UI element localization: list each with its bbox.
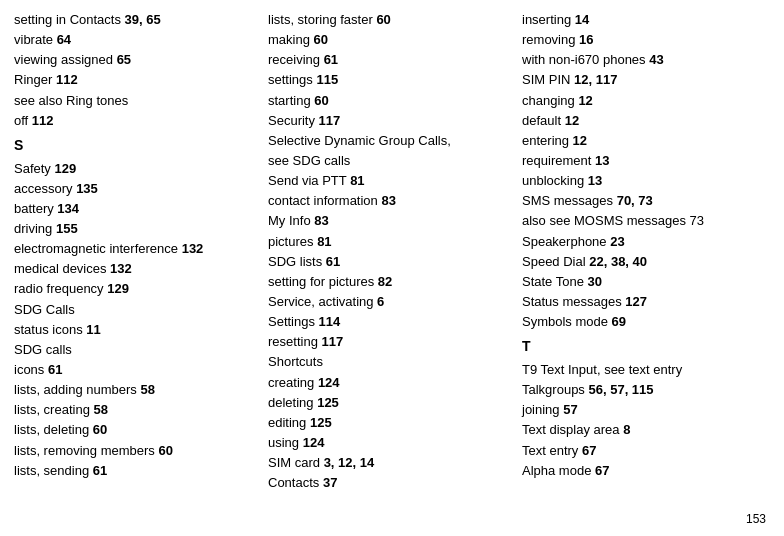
index-entry: see also Ring tones: [14, 91, 256, 111]
index-entry: setting in Contacts 39, 65: [14, 10, 256, 30]
index-entry: status icons 11: [14, 320, 256, 340]
index-entry: making 60: [268, 30, 510, 50]
index-entry: removing 16: [522, 30, 764, 50]
index-entry: Service, activating 6: [268, 292, 510, 312]
index-entry: vibrate 64: [14, 30, 256, 50]
index-entry: viewing assigned 65: [14, 50, 256, 70]
index-entry: deleting 125: [268, 393, 510, 413]
index-entry: see SDG calls: [268, 151, 510, 171]
index-entry: Selective Dynamic Group Calls,: [268, 131, 510, 151]
index-entry: battery 134: [14, 199, 256, 219]
page-number: 153: [14, 508, 770, 526]
index-entry: T9 Text Input, see text entry: [522, 360, 764, 380]
index-entry: joining 57: [522, 400, 764, 420]
index-entry: also see MOSMS messages 73: [522, 211, 764, 231]
index-entry: lists, sending 61: [14, 461, 256, 481]
index-entry: contact information 83: [268, 191, 510, 211]
index-entry: SIM card 3, 12, 14: [268, 453, 510, 473]
index-entry: setting for pictures 82: [268, 272, 510, 292]
index-entry: SIM PIN 12, 117: [522, 70, 764, 90]
index-entry: Settings 114: [268, 312, 510, 332]
index-entry: inserting 14: [522, 10, 764, 30]
index-entry: Security 117: [268, 111, 510, 131]
index-entry: driving 155: [14, 219, 256, 239]
index-entry: pictures 81: [268, 232, 510, 252]
index-entry: Ringer 112: [14, 70, 256, 90]
index-entry: Shortcuts: [268, 352, 510, 372]
index-entry: with non-i670 phones 43: [522, 50, 764, 70]
index-col-3: inserting 14removing 16with non-i670 pho…: [516, 10, 770, 508]
index-entry: Talkgroups 56, 57, 115: [522, 380, 764, 400]
index-entry: Text entry 67: [522, 441, 764, 461]
index-entry: requirement 13: [522, 151, 764, 171]
index-entry: Speakerphone 23: [522, 232, 764, 252]
index-entry: lists, deleting 60: [14, 420, 256, 440]
index-col-1: setting in Contacts 39, 65vibrate 64view…: [14, 10, 262, 508]
index-entry: medical devices 132: [14, 259, 256, 279]
index-entry: receiving 61: [268, 50, 510, 70]
index-entry: Symbols mode 69: [522, 312, 764, 332]
index-entry: Text display area 8: [522, 420, 764, 440]
index-entry: electromagnetic interference 132: [14, 239, 256, 259]
index-entry: My Info 83: [268, 211, 510, 231]
index-entry: entering 12: [522, 131, 764, 151]
index-entry: off 112: [14, 111, 256, 131]
index-entry: T: [522, 336, 764, 358]
index-entry: lists, removing members 60: [14, 441, 256, 461]
index-entry: SDG calls: [14, 340, 256, 360]
index-entry: lists, storing faster 60: [268, 10, 510, 30]
index-entry: radio frequency 129: [14, 279, 256, 299]
index-entry: Status messages 127: [522, 292, 764, 312]
index-entry: Safety 129: [14, 159, 256, 179]
index-entry: editing 125: [268, 413, 510, 433]
index-entry: SDG Calls: [14, 300, 256, 320]
index-entry: creating 124: [268, 373, 510, 393]
index-entry: icons 61: [14, 360, 256, 380]
index-entry: Send via PTT 81: [268, 171, 510, 191]
index-entry: lists, creating 58: [14, 400, 256, 420]
index-entry: default 12: [522, 111, 764, 131]
index-entry: lists, adding numbers 58: [14, 380, 256, 400]
index-entry: resetting 117: [268, 332, 510, 352]
index-entry: accessory 135: [14, 179, 256, 199]
index-entry: Speed Dial 22, 38, 40: [522, 252, 764, 272]
index-entry: SMS messages 70, 73: [522, 191, 764, 211]
index-entry: Contacts 37: [268, 473, 510, 493]
index-entry: starting 60: [268, 91, 510, 111]
index-entry: using 124: [268, 433, 510, 453]
index-entry: unblocking 13: [522, 171, 764, 191]
index-entry: State Tone 30: [522, 272, 764, 292]
index-entry: settings 115: [268, 70, 510, 90]
index-entry: Alpha mode 67: [522, 461, 764, 481]
index-entry: changing 12: [522, 91, 764, 111]
index-col-2: lists, storing faster 60making 60receivi…: [262, 10, 516, 508]
index-entry: SDG lists 61: [268, 252, 510, 272]
index-entry: S: [14, 135, 256, 157]
index-page: setting in Contacts 39, 65vibrate 64view…: [0, 0, 784, 536]
index-columns: setting in Contacts 39, 65vibrate 64view…: [14, 10, 770, 508]
